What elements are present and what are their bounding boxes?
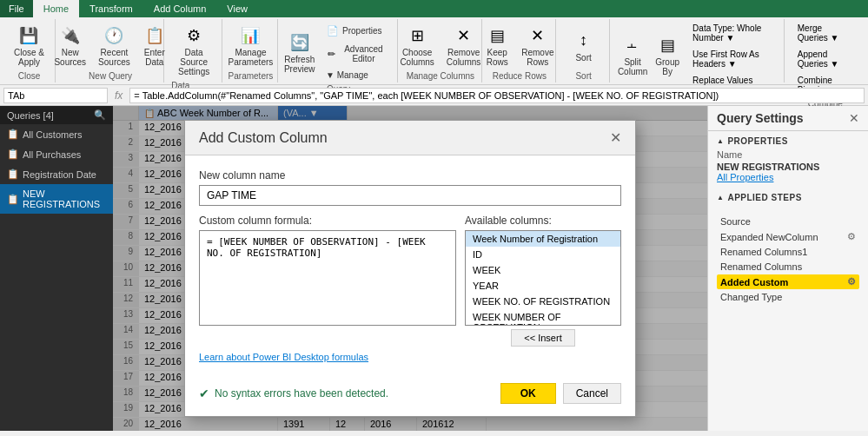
query-item-label: NEW REGISTRATIONS bbox=[23, 188, 106, 209]
properties-button[interactable]: 📄 Properties bbox=[320, 21, 394, 40]
column-name-input[interactable] bbox=[199, 185, 621, 206]
replace-values-button[interactable]: Replace Values bbox=[686, 73, 779, 88]
close-group-label: Close bbox=[18, 69, 41, 81]
step-expanded-newcolumn-label: Expanded NewColumn bbox=[720, 232, 818, 242]
split-column-label: SplitColumn bbox=[618, 57, 647, 76]
manage-parameters-button[interactable]: 📊 ManageParameters bbox=[224, 21, 278, 69]
query-item-icon: 📋 bbox=[7, 129, 19, 140]
group-by-button[interactable]: ▤ GroupBy bbox=[652, 30, 683, 79]
column-item-week-number-registration[interactable]: Week Number of Registration bbox=[466, 231, 620, 247]
step-added-custom[interactable]: Added Custom ⚙ bbox=[717, 274, 859, 289]
settings-close-button[interactable]: ✕ bbox=[849, 111, 859, 125]
tab-home[interactable]: Home bbox=[33, 0, 79, 17]
name-value: NEW REGISTRATIONS bbox=[717, 162, 859, 172]
step-added-custom-label: Added Custom bbox=[720, 277, 788, 287]
data-source-settings-button[interactable]: ⚙ Data SourceSettings bbox=[171, 21, 216, 79]
step-expanded-newcolumn[interactable]: Expanded NewColumn ⚙ bbox=[717, 229, 859, 244]
parameters-group-label: Parameters bbox=[229, 69, 274, 81]
step-renamed-columns[interactable]: Renamed Columns bbox=[717, 260, 859, 274]
manage-parameters-label: ManageParameters bbox=[229, 48, 274, 67]
close-apply-icon: 💾 bbox=[17, 23, 41, 48]
advanced-editor-button[interactable]: ✏ Advanced Editor bbox=[320, 42, 394, 66]
tab-file[interactable]: File bbox=[0, 0, 33, 17]
ribbon-group-data-sources: ⚙ Data SourceSettings Data Sources bbox=[166, 19, 222, 83]
merge-queries-button[interactable]: Merge Queries ▼ bbox=[792, 21, 859, 45]
new-sources-button[interactable]: 🔌 NewSources bbox=[50, 21, 90, 69]
queries-panel: Queries [4] 🔍 📋 All Customers 📋 All Purc… bbox=[0, 106, 113, 431]
recent-sources-button[interactable]: 🕐 RecentSources bbox=[94, 21, 135, 69]
main-layout: Queries [4] 🔍 📋 All Customers 📋 All Purc… bbox=[0, 106, 868, 431]
query-item-icon: 📋 bbox=[7, 168, 19, 180]
manage-button[interactable]: ▼ Manage bbox=[320, 68, 394, 83]
column-item-week-number-observation[interactable]: WEEK NUMBER OF OBSERVATION bbox=[466, 309, 620, 326]
append-queries-button[interactable]: Append Queries ▼ bbox=[792, 47, 859, 71]
split-column-button[interactable]: ⫠ SplitColumn bbox=[617, 30, 648, 79]
close-apply-label: Close &Apply bbox=[14, 48, 44, 67]
tab-transform[interactable]: Transform bbox=[79, 0, 143, 17]
ribbon-group-reduce-rows: ▤ KeepRows ✕ RemoveRows Reduce Rows bbox=[484, 19, 557, 83]
add-custom-column-modal: Add Custom Column ✕ New column name Cust… bbox=[184, 120, 636, 417]
tab-add-column[interactable]: Add Column bbox=[143, 0, 217, 17]
formula-area: Custom column formula: = [WEEK NUMBER OF… bbox=[199, 215, 621, 347]
sort-button[interactable]: ↕ Sort bbox=[567, 26, 600, 65]
merge-queries-label: Merge Queries ▼ bbox=[798, 23, 853, 43]
keep-rows-label: KeepRows bbox=[487, 48, 508, 67]
formula-bar-fx: fx bbox=[111, 89, 126, 102]
column-item-year[interactable]: YEAR bbox=[466, 278, 620, 294]
applied-steps-list: Source Expanded NewColumn ⚙ Renamed Colu… bbox=[708, 211, 868, 308]
all-properties-link[interactable]: All Properties bbox=[717, 172, 859, 182]
columns-box: Available columns: Week Number of Regist… bbox=[465, 215, 621, 347]
properties-section-title: PROPERTIES bbox=[717, 136, 859, 146]
cancel-button[interactable]: Cancel bbox=[563, 383, 621, 404]
query-item-icon: 📋 bbox=[7, 194, 19, 205]
success-check-icon: ✔ bbox=[199, 386, 209, 400]
ribbon-group-close: 💾 Close &Apply Close bbox=[3, 19, 56, 83]
ribbon-group-manage-columns: ⊞ ChooseColumns ✕ RemoveColumns Manage C… bbox=[400, 19, 481, 83]
first-row-header-button[interactable]: Use First Row As Headers ▼ bbox=[686, 47, 779, 71]
ribbon-group-query: 🔄 RefreshPreview 📄 Properties ✏ Advanced… bbox=[280, 19, 398, 83]
ribbon-group-parameters: 📊 ManageParameters Parameters bbox=[224, 19, 278, 83]
step-expanded-newcolumn-gear-icon[interactable]: ⚙ bbox=[847, 231, 856, 242]
group-by-icon: ▤ bbox=[655, 33, 679, 57]
column-item-id[interactable]: ID bbox=[466, 247, 620, 262]
choose-columns-label: ChooseColumns bbox=[400, 48, 434, 67]
column-item-week-no-registration[interactable]: WEEK NO. OF REGISTRATION bbox=[466, 294, 620, 309]
step-renamed-columns-label: Renamed Columns bbox=[720, 261, 802, 272]
manage-label: ▼ Manage bbox=[326, 70, 368, 80]
first-row-header-label: Use First Row As Headers ▼ bbox=[692, 50, 772, 69]
query-item-all-customers[interactable]: 📋 All Customers bbox=[0, 124, 113, 144]
query-item-new-registrations[interactable]: 📋 NEW REGISTRATIONS bbox=[0, 184, 113, 214]
refresh-preview-button[interactable]: 🔄 RefreshPreview bbox=[282, 28, 316, 76]
manage-parameters-icon: 📊 bbox=[238, 23, 262, 48]
success-message: ✔ No syntax errors have been detected. bbox=[199, 386, 388, 400]
step-changed-type[interactable]: Changed Type bbox=[717, 290, 859, 304]
queries-search-icon[interactable]: 🔍 bbox=[94, 109, 106, 121]
choose-columns-button[interactable]: ⊞ ChooseColumns bbox=[395, 21, 438, 69]
query-item-registration-date[interactable]: 📋 Registration Date bbox=[0, 164, 113, 184]
new-query-group-label: New Query bbox=[89, 69, 132, 81]
tab-view[interactable]: View bbox=[216, 0, 258, 17]
formula-textarea[interactable]: = [WEEK NUMBER OF OBSERVATION] - [WEEK N… bbox=[199, 230, 456, 326]
properties-icon: 📄 bbox=[326, 23, 340, 37]
modal-close-button[interactable]: ✕ bbox=[610, 129, 621, 146]
remove-rows-icon: ✕ bbox=[526, 23, 550, 48]
formula-bar-name-input[interactable] bbox=[3, 88, 108, 103]
step-renamed-columns1-label: Renamed Columns1 bbox=[720, 247, 807, 257]
remove-columns-button[interactable]: ✕ RemoveColumns bbox=[442, 21, 485, 69]
formula-bar-expression[interactable] bbox=[129, 88, 865, 103]
close-apply-button[interactable]: 💾 Close &Apply bbox=[10, 21, 49, 69]
data-type-button[interactable]: Data Type: Whole Number ▼ bbox=[686, 21, 779, 45]
available-columns-list[interactable]: Week Number of Registration ID WEEK YEAR… bbox=[465, 230, 621, 326]
column-item-week[interactable]: WEEK bbox=[466, 262, 620, 278]
learn-link[interactable]: Learn about Power BI Desktop formulas bbox=[199, 352, 621, 362]
ok-button[interactable]: OK bbox=[500, 383, 556, 404]
step-renamed-columns1[interactable]: Renamed Columns1 bbox=[717, 245, 859, 259]
keep-rows-button[interactable]: ▤ KeepRows bbox=[480, 21, 514, 69]
insert-button[interactable]: << Insert bbox=[511, 329, 574, 347]
query-item-all-purchases[interactable]: 📋 All Purchases bbox=[0, 144, 113, 164]
remove-rows-button[interactable]: ✕ RemoveRows bbox=[517, 21, 558, 69]
choose-columns-icon: ⊞ bbox=[405, 23, 429, 48]
refresh-preview-icon: 🔄 bbox=[288, 30, 312, 55]
step-added-custom-gear-icon[interactable]: ⚙ bbox=[847, 276, 856, 287]
step-source[interactable]: Source bbox=[717, 215, 859, 228]
